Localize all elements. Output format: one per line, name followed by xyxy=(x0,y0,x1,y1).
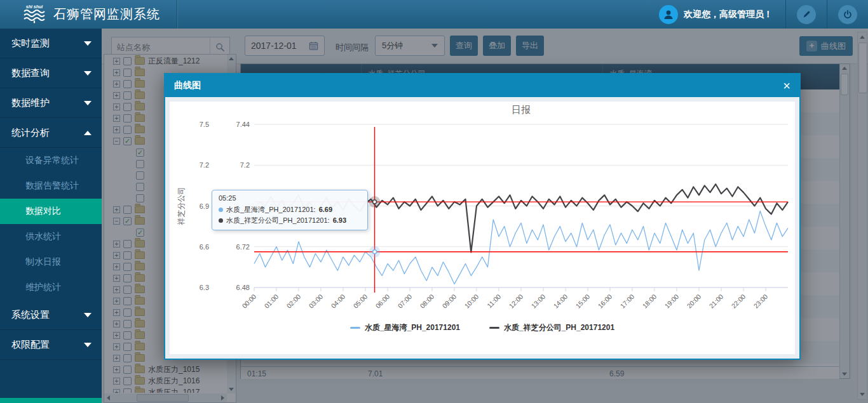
sidebar-item-statistics[interactable]: 统计分析 xyxy=(0,118,102,148)
modal-body: 7.57.26.96.66.37.447.26.966.726.48祥芝分公司日… xyxy=(165,97,799,359)
avatar xyxy=(659,5,678,24)
svg-text:00:00: 00:00 xyxy=(240,293,257,310)
pencil-icon xyxy=(801,10,811,20)
sidebar-subitem-maintain-stats[interactable]: 维护统计 xyxy=(0,275,102,300)
sidebar-item-data-query[interactable]: 数据查询 xyxy=(0,58,102,88)
svg-text:6.9: 6.9 xyxy=(200,202,209,210)
edit-button[interactable] xyxy=(785,0,827,29)
sidebar-subitem-water-daily[interactable]: 制水日报 xyxy=(0,249,102,275)
svg-text:16:00: 16:00 xyxy=(596,293,613,310)
sidebar-item-realtime[interactable]: 实时监测 xyxy=(0,29,102,58)
series-line-icon xyxy=(489,327,499,329)
waves-logo-icon xyxy=(23,9,46,24)
sidebar-item-data-maintain[interactable]: 数据维护 xyxy=(0,88,102,118)
svg-text:08:00: 08:00 xyxy=(418,293,435,310)
svg-text:15:00: 15:00 xyxy=(574,293,591,310)
svg-text:7.44: 7.44 xyxy=(236,121,250,128)
svg-text:日报: 日报 xyxy=(512,104,531,115)
chart-panel: 7.57.26.96.66.37.447.26.966.726.48祥芝分公司日… xyxy=(170,102,795,354)
svg-text:06:00: 06:00 xyxy=(374,293,391,310)
svg-text:20:00: 20:00 xyxy=(685,293,702,310)
sidebar-item-label: 权限配置 xyxy=(11,339,50,351)
svg-text:11:00: 11:00 xyxy=(485,293,503,310)
header-divider xyxy=(177,0,177,29)
svg-text:10:00: 10:00 xyxy=(463,293,480,310)
series-dot-icon xyxy=(219,208,223,212)
svg-text:07:00: 07:00 xyxy=(396,293,413,310)
svg-text:7.5: 7.5 xyxy=(200,121,209,128)
svg-text:18:00: 18:00 xyxy=(641,293,658,310)
chevron-down-icon xyxy=(84,313,92,317)
sidebar-item-permission[interactable]: 权限配置 xyxy=(0,330,102,360)
power-icon xyxy=(843,10,853,20)
svg-text:01:00: 01:00 xyxy=(262,293,280,310)
tooltip-row: 水质_祥芝分公司_PH_20171201 6.93 xyxy=(219,215,361,226)
sidebar-item-label: 数据查询 xyxy=(11,67,50,79)
svg-text:6.72: 6.72 xyxy=(236,243,250,251)
sidebar-item-label: 系统设置 xyxy=(11,309,50,321)
svg-text:17:00: 17:00 xyxy=(618,293,635,310)
app-logo: shi shui xyxy=(23,4,46,24)
svg-text:7.2: 7.2 xyxy=(200,161,209,169)
chevron-down-icon xyxy=(84,343,92,347)
sidebar-item-label: 实时监测 xyxy=(11,37,50,50)
svg-text:19:00: 19:00 xyxy=(663,293,680,310)
svg-text:09:00: 09:00 xyxy=(440,293,458,310)
tooltip-row: 水质_星海湾_PH_20171201 6.69 xyxy=(219,204,361,215)
statistics-submenu: 设备异常统计 数据告警统计 数据对比 供水统计 制水日报 维护统计 xyxy=(0,148,102,300)
logo-caption: shi shui xyxy=(26,4,43,9)
legend-item-xinghaiwan[interactable]: 水质_星海湾_PH_20171201 xyxy=(350,322,460,333)
svg-text:04:00: 04:00 xyxy=(329,293,346,310)
svg-text:6.6: 6.6 xyxy=(200,243,209,251)
svg-text:7.2: 7.2 xyxy=(240,161,250,169)
sidebar-item-label: 数据维护 xyxy=(11,97,50,109)
chevron-down-icon xyxy=(84,71,92,76)
svg-text:02:00: 02:00 xyxy=(285,293,302,310)
svg-text:22:00: 22:00 xyxy=(729,293,747,310)
chart-legend: 水质_星海湾_PH_20171201 水质_祥芝分公司_PH_20171201 xyxy=(170,322,795,333)
svg-text:03:00: 03:00 xyxy=(307,293,324,310)
chevron-down-icon xyxy=(84,101,92,105)
chevron-up-icon xyxy=(84,131,92,135)
sidebar-subitem-water-supply[interactable]: 供水统计 xyxy=(0,224,102,249)
svg-text:12:00: 12:00 xyxy=(507,293,524,310)
user-info: 欢迎您，高级管理员！ xyxy=(646,5,785,24)
curve-chart-modal: 曲线图 × 7.57.26.96.66.37.447.26.966.726.48… xyxy=(164,73,801,360)
sidebar-accent-strip xyxy=(0,398,102,403)
app-title: 石狮管网监测系统 xyxy=(53,6,160,23)
series-line-icon xyxy=(350,327,360,329)
svg-text:13:00: 13:00 xyxy=(529,293,546,310)
user-icon xyxy=(663,9,674,20)
app-header: shi shui 石狮管网监测系统 欢迎您，高级管理员！ xyxy=(0,0,868,29)
sidebar-subitem-device-abnormal[interactable]: 设备异常统计 xyxy=(0,148,102,173)
sidebar-subitem-data-compare[interactable]: 数据对比 xyxy=(0,199,102,224)
series-dot-icon xyxy=(219,218,223,223)
sidebar-item-label: 统计分析 xyxy=(11,127,50,139)
svg-text:23:00: 23:00 xyxy=(752,293,769,310)
svg-text:14:00: 14:00 xyxy=(552,293,569,310)
logout-button[interactable] xyxy=(827,0,868,29)
svg-text:6.3: 6.3 xyxy=(200,284,209,291)
chevron-down-icon xyxy=(84,41,92,46)
svg-text:21:00: 21:00 xyxy=(707,293,724,310)
modal-header: 曲线图 × xyxy=(165,74,799,97)
sidebar-item-system-settings[interactable]: 系统设置 xyxy=(0,300,102,330)
svg-text:祥芝分公司: 祥芝分公司 xyxy=(177,187,186,226)
svg-text:05:00: 05:00 xyxy=(351,293,369,310)
legend-item-xiangzhi[interactable]: 水质_祥芝分公司_PH_20171201 xyxy=(489,322,614,333)
welcome-text: 欢迎您，高级管理员！ xyxy=(684,9,773,20)
modal-title: 曲线图 xyxy=(174,80,201,91)
sidebar-subitem-data-alarm[interactable]: 数据告警统计 xyxy=(0,173,102,199)
close-icon[interactable]: × xyxy=(783,79,790,92)
svg-text:6.48: 6.48 xyxy=(236,284,250,291)
chart-tooltip: 05:25 水质_星海湾_PH_20171201 6.69 水质_祥芝分公司_P… xyxy=(212,190,368,230)
sidebar: 实时监测 数据查询 数据维护 统计分析 设备异常统计 数据告警统计 数据对比 供… xyxy=(0,29,102,403)
tooltip-time: 05:25 xyxy=(219,194,361,202)
